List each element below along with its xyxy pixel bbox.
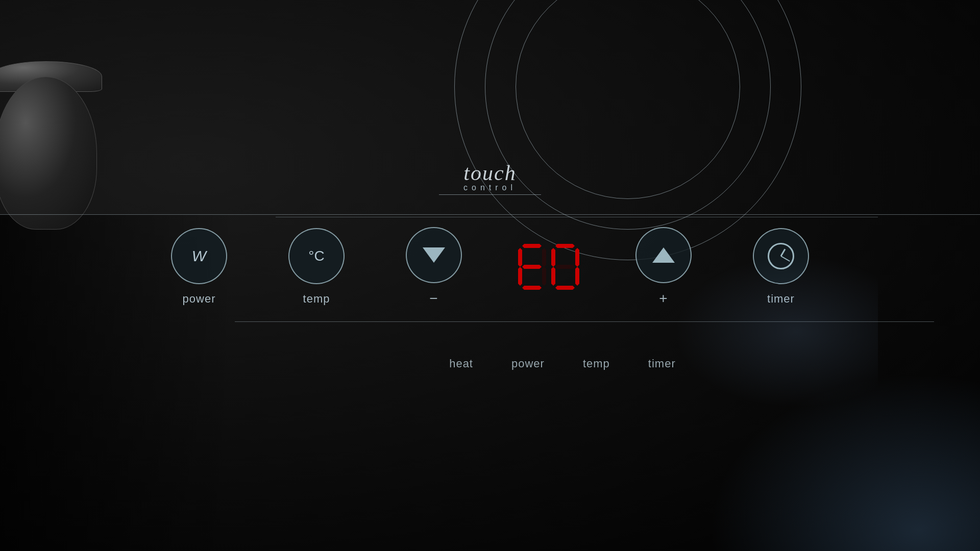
seg-c-1 xyxy=(542,267,546,286)
timer-button-group: timer xyxy=(753,228,809,306)
celsius-icon: °C xyxy=(308,248,324,264)
status-labels: heat power temp timer xyxy=(449,357,676,370)
display-area xyxy=(508,240,590,294)
display-digit-2 xyxy=(551,244,579,290)
temp-status-label: temp xyxy=(583,357,610,370)
brand-area: touch control xyxy=(413,161,567,195)
cooktop-surface: touch control W power °C temp − xyxy=(0,0,980,551)
increase-button[interactable] xyxy=(635,227,692,283)
control-line-mid xyxy=(235,321,934,322)
controls-row: W power °C temp − xyxy=(0,227,980,307)
heat-status-label: heat xyxy=(449,357,473,370)
decrease-label: − xyxy=(429,290,438,307)
decrease-button-group: − xyxy=(406,227,462,307)
glare-bottom-right xyxy=(674,347,980,551)
seg-e-2 xyxy=(551,267,555,286)
pot-body xyxy=(0,77,97,230)
clock-icon xyxy=(768,243,794,269)
brand-touch-text: touch xyxy=(413,161,567,185)
arrow-down-icon xyxy=(423,247,445,263)
seg-d-1 xyxy=(522,286,542,290)
pot xyxy=(0,15,128,230)
power-button[interactable]: W xyxy=(171,228,227,284)
seg-f-2 xyxy=(551,248,555,267)
temp-button[interactable]: °C xyxy=(288,228,345,284)
timer-button[interactable] xyxy=(753,228,809,284)
power-status-label: power xyxy=(511,357,545,370)
timer-status-label: timer xyxy=(648,357,676,370)
power-label: power xyxy=(183,292,216,306)
display-digit-1 xyxy=(518,244,546,290)
seg-d-2 xyxy=(555,286,575,290)
seg-b-2 xyxy=(575,248,579,267)
timer-label: timer xyxy=(767,292,795,306)
decrease-button[interactable] xyxy=(406,227,462,283)
seg-c-2 xyxy=(575,267,579,286)
arrow-up-icon xyxy=(652,247,675,263)
control-line-top xyxy=(276,217,878,217)
seg-e-1 xyxy=(518,267,522,286)
power-button-group: W power xyxy=(171,228,227,306)
seg-g-1 xyxy=(522,265,542,269)
power-icon: W xyxy=(192,247,206,265)
seg-f-1 xyxy=(518,248,522,267)
clock-hand-minute xyxy=(781,256,790,262)
temp-label: temp xyxy=(303,292,330,306)
seg-a-2 xyxy=(555,244,575,248)
divider-line xyxy=(0,214,980,215)
seg-g-2 xyxy=(555,265,575,269)
increase-button-group: + xyxy=(635,227,692,307)
brand-underline xyxy=(439,194,541,195)
brand-control-text: control xyxy=(413,183,567,192)
temp-button-group: °C temp xyxy=(288,228,345,306)
seg-a-1 xyxy=(522,244,542,248)
seven-seg-display xyxy=(508,240,590,294)
increase-label: + xyxy=(659,290,668,307)
seg-b-1 xyxy=(542,248,546,267)
